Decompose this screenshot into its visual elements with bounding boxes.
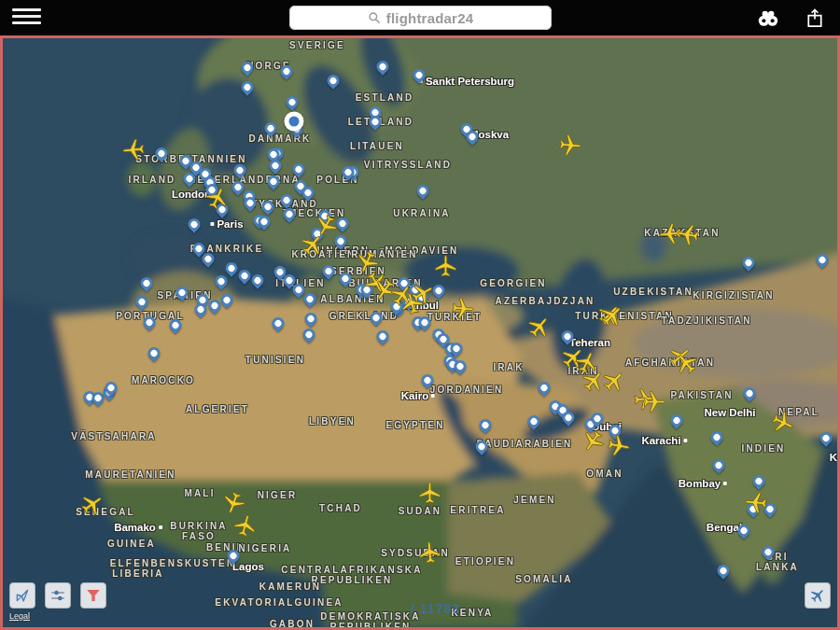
sliders-icon [49,587,66,604]
airport-pin[interactable] [270,315,287,331]
airport-pin[interactable] [411,66,427,83]
airport-pin[interactable] [281,205,298,222]
airport-pin[interactable] [174,284,190,301]
airport-pin[interactable] [262,119,279,136]
city-label: Sankt Petersburg [419,76,514,87]
country-label: LIBERIA [112,568,163,579]
country-label: TADZJIKISTAN [661,315,751,326]
country-label: DEMOKRATISKA REPUBLIKEN [320,611,420,630]
country-label: GEORGIEN [480,278,547,288]
binoculars-icon[interactable] [756,7,780,29]
funnel-icon [85,587,102,604]
country-label: EGYPTEN [385,420,444,430]
aircraft-icon[interactable] [594,298,629,333]
map[interactable]: SVERIGENORGEESTLANDLETTLANDLITAUENVITRYS… [0,35,840,630]
airport-pin[interactable] [814,251,831,268]
aircraft-icon[interactable] [765,405,799,439]
airport-pin[interactable] [750,472,767,489]
country-label: JORDANIEN [430,385,504,395]
airport-pin[interactable] [278,191,295,208]
airport-marker-large[interactable] [285,112,304,132]
aircraft-icon[interactable] [417,481,442,506]
aircraft-icon[interactable] [521,309,556,344]
locate-me-button[interactable] [9,582,35,609]
aircraft-icon[interactable] [415,539,442,566]
airport-pin[interactable] [325,72,342,89]
city-label: Paris [210,218,243,230]
airport-pin[interactable] [368,309,385,326]
airport-pin[interactable] [477,416,494,433]
airport-pin[interactable] [167,316,184,333]
filter-button[interactable] [80,582,106,609]
country-label: MAURETANIEN [85,469,175,480]
map-overlay-layer: SVERIGENORGEESTLANDLETTLANDLITAUENVITRYS… [3,38,837,627]
aircraft-icon[interactable] [603,430,632,459]
country-label: NIGER [258,490,298,500]
city-label: Bamako [114,522,162,533]
country-label: GUINEA [107,539,156,549]
airport-pin[interactable] [133,293,150,310]
country-label: ERITREA [450,505,505,515]
aircraft-icon[interactable] [555,131,582,158]
airport-pin[interactable] [239,59,256,76]
airport-pin[interactable] [146,344,162,361]
airport-pin[interactable] [231,161,248,178]
airport-pin[interactable] [419,371,436,388]
aircraft-icon[interactable] [673,219,702,248]
country-label: UKRAINA [393,208,451,218]
airport-pin[interactable] [818,429,834,446]
airport-pin[interactable] [278,63,295,79]
airport-pin[interactable] [259,198,276,215]
airport-pin[interactable] [249,272,266,288]
airport-pin[interactable] [710,456,727,473]
airport-pin[interactable] [735,522,752,539]
airport-pin[interactable] [525,413,542,429]
airport-pin[interactable] [760,543,777,560]
country-label: LIBYEN [309,416,356,427]
airport-pin[interactable] [337,270,354,287]
share-icon[interactable] [803,7,827,29]
aircraft-icon[interactable] [641,389,666,414]
country-label: OMAN [586,469,623,479]
airport-pin[interactable] [374,58,391,75]
city-label: Karachi [641,435,687,446]
settings-button[interactable] [45,582,71,609]
country-label: MALI [184,488,215,498]
legal-link[interactable]: Legal [9,611,30,621]
airport-pin[interactable] [668,412,685,428]
airport-pin[interactable] [186,216,203,232]
airport-pin[interactable] [320,262,337,279]
aircraft-icon[interactable] [595,363,631,399]
airport-pin[interactable] [302,310,319,327]
search-input[interactable]: flightradar24 [289,6,552,30]
aircraft-icon[interactable] [448,294,475,321]
aircraft-icon[interactable] [433,254,458,279]
airport-pin[interactable] [741,385,758,401]
aircraft-icon[interactable] [74,486,109,522]
airport-pin[interactable] [374,328,391,344]
airport-pin[interactable] [138,274,155,291]
airport-pin[interactable] [284,93,301,110]
airport-pin[interactable] [141,314,158,330]
city-label: K [830,452,837,463]
aircraft-icon[interactable] [119,135,147,162]
airport-pin[interactable] [225,547,242,564]
country-label: TUNISIEN [245,355,305,365]
show-flights-button[interactable] [805,582,831,609]
menu-icon[interactable] [12,8,41,27]
aircraft-icon[interactable] [742,488,769,515]
airport-pin[interactable] [414,182,431,199]
airport-pin[interactable] [473,438,490,455]
city-label: Bombay [679,478,727,489]
airport-pin[interactable] [153,145,170,161]
airport-pin[interactable] [239,78,256,95]
country-label: INDIEN [741,443,785,454]
airport-pin[interactable] [536,379,553,396]
airport-pin[interactable] [715,562,732,579]
airport-pin[interactable] [708,428,725,445]
airport-pin[interactable] [740,254,757,271]
airport-pin[interactable] [301,326,317,343]
airport-pin[interactable] [265,173,282,189]
airport-pin[interactable] [213,273,230,289]
airport-pin[interactable] [290,161,307,177]
